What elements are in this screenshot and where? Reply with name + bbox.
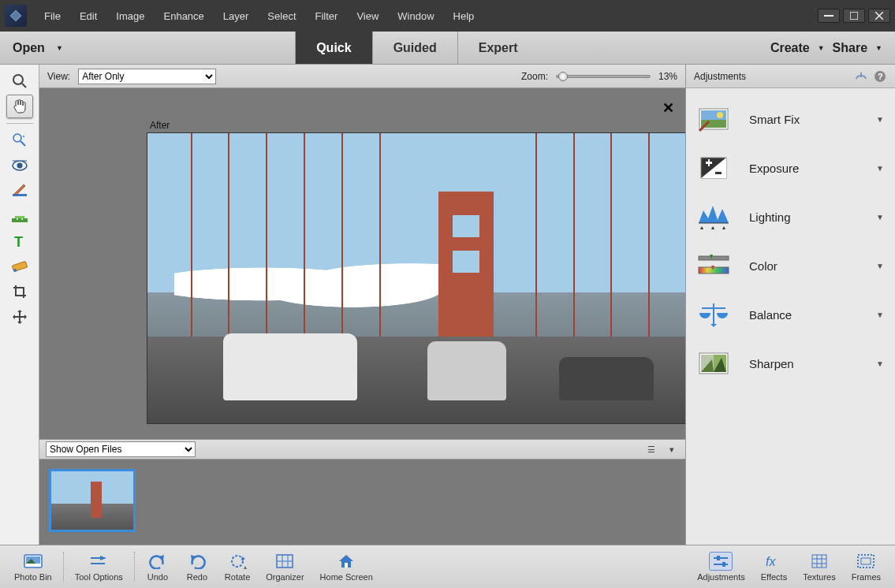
zoom-tool[interactable] bbox=[6, 69, 33, 93]
svg-point-59 bbox=[232, 556, 243, 567]
whiten-tool[interactable] bbox=[6, 179, 33, 203]
menu-edit[interactable]: Edit bbox=[70, 10, 106, 22]
open-files-select[interactable]: Show Open Files bbox=[46, 441, 196, 457]
svg-rect-73 bbox=[812, 555, 826, 568]
menu-view[interactable]: View bbox=[347, 10, 388, 22]
tool-options-icon bbox=[89, 554, 108, 568]
menu-enhance[interactable]: Enhance bbox=[155, 10, 214, 22]
window-close-button[interactable] bbox=[868, 9, 890, 23]
svg-rect-67 bbox=[345, 563, 348, 568]
svg-rect-42 bbox=[699, 267, 729, 274]
menu-image[interactable]: Image bbox=[106, 10, 154, 22]
balance-icon bbox=[697, 300, 730, 329]
help-icon[interactable]: ? bbox=[873, 69, 887, 84]
menu-bar: File Edit Image Enhance Layer Select Fil… bbox=[0, 0, 895, 32]
svg-point-9 bbox=[23, 136, 24, 137]
svg-rect-16 bbox=[15, 216, 24, 218]
exposure-icon bbox=[697, 153, 730, 183]
lighting-icon bbox=[697, 202, 730, 232]
spot-heal-tool[interactable] bbox=[6, 204, 33, 228]
adjustment-sharpen[interactable]: Sharpen ▼ bbox=[686, 339, 895, 388]
photo-bin bbox=[39, 460, 685, 545]
menu-help[interactable]: Help bbox=[444, 10, 484, 22]
svg-marker-35 bbox=[699, 206, 729, 223]
menu-window[interactable]: Window bbox=[388, 10, 443, 22]
svg-text:fx: fx bbox=[766, 555, 776, 568]
window-maximize-button[interactable] bbox=[843, 9, 865, 23]
photo-bin-button[interactable]: Photo Bin bbox=[6, 545, 60, 588]
open-button[interactable]: Open ▼ bbox=[0, 32, 76, 64]
magnifier-icon bbox=[12, 73, 28, 89]
zoom-slider[interactable] bbox=[556, 75, 651, 78]
menu-filter[interactable]: Filter bbox=[306, 10, 348, 22]
organizer-icon bbox=[276, 554, 293, 568]
app-logo bbox=[5, 5, 27, 27]
svg-marker-37 bbox=[700, 226, 703, 229]
effects-tab-button[interactable]: fx Effects bbox=[753, 545, 795, 588]
crop-tool[interactable] bbox=[6, 280, 33, 303]
straighten-tool[interactable] bbox=[6, 255, 33, 278]
menu-layer[interactable]: Layer bbox=[214, 10, 259, 22]
adjustment-balance[interactable]: Balance ▼ bbox=[686, 290, 895, 339]
chevron-down-icon: ▼ bbox=[876, 115, 884, 124]
menu-select[interactable]: Select bbox=[258, 10, 305, 22]
frames-icon bbox=[857, 554, 874, 568]
view-bar: View: After Only Zoom: 13% bbox=[39, 65, 685, 88]
svg-marker-38 bbox=[711, 226, 714, 229]
adjustments-tab-button[interactable]: Adjustments bbox=[689, 545, 753, 588]
frames-tab-button[interactable]: Frames bbox=[844, 545, 889, 588]
crop-icon bbox=[12, 284, 28, 300]
home-screen-button[interactable]: Home Screen bbox=[312, 545, 381, 588]
zoom-slider-thumb[interactable] bbox=[558, 72, 568, 81]
tab-quick[interactable]: Quick bbox=[295, 32, 371, 64]
svg-point-5 bbox=[13, 75, 23, 84]
rotate-icon bbox=[228, 553, 247, 569]
svg-marker-46 bbox=[710, 324, 717, 327]
svg-rect-71 bbox=[722, 562, 725, 567]
textures-tab-button[interactable]: Textures bbox=[795, 545, 844, 588]
text-tool[interactable]: T bbox=[6, 229, 33, 253]
create-button[interactable]: Create▼ bbox=[770, 41, 825, 55]
photo-thumbnail[interactable] bbox=[49, 469, 136, 532]
mode-bar: Open ▼ Quick Guided Expert Create▼ Share… bbox=[0, 32, 895, 65]
tool-options-button[interactable]: Tool Options bbox=[67, 545, 131, 588]
svg-text:?: ? bbox=[878, 72, 883, 81]
quick-select-tool[interactable] bbox=[6, 128, 33, 152]
tab-expert[interactable]: Expert bbox=[457, 32, 539, 64]
rotate-button[interactable]: Rotate bbox=[217, 545, 258, 588]
svg-rect-34 bbox=[715, 172, 722, 174]
svg-point-11 bbox=[17, 163, 22, 169]
move-tool[interactable] bbox=[6, 305, 33, 329]
adjustment-exposure[interactable]: Exposure ▼ bbox=[686, 143, 895, 192]
textures-icon bbox=[811, 554, 827, 568]
text-icon: T bbox=[13, 234, 27, 248]
organizer-button[interactable]: Organizer bbox=[258, 545, 311, 588]
tab-guided[interactable]: Guided bbox=[372, 32, 457, 64]
svg-rect-22 bbox=[860, 73, 862, 77]
smart-fix-icon bbox=[697, 104, 730, 134]
adjustment-smart-fix[interactable]: Smart Fix ▼ bbox=[686, 95, 895, 143]
svg-point-17 bbox=[17, 218, 18, 220]
svg-rect-70 bbox=[717, 556, 720, 560]
view-select[interactable]: After Only bbox=[78, 69, 216, 84]
chevron-down-icon: ▼ bbox=[876, 262, 884, 270]
adjustments-panel-header: Adjustments ? bbox=[686, 65, 895, 88]
chevron-down-icon: ▼ bbox=[876, 164, 884, 173]
caret-down-icon: ▼ bbox=[818, 44, 825, 52]
filebar-options-icon[interactable]: ☰ bbox=[644, 443, 658, 456]
home-icon bbox=[337, 553, 355, 569]
svg-rect-78 bbox=[858, 555, 874, 568]
adjustment-lighting[interactable]: Lighting ▼ bbox=[686, 192, 895, 241]
menu-file[interactable]: File bbox=[35, 10, 70, 22]
close-document-button[interactable]: ✕ bbox=[662, 99, 674, 117]
window-minimize-button[interactable] bbox=[818, 9, 840, 23]
undo-button[interactable]: Undo bbox=[138, 545, 177, 588]
adjustment-color[interactable]: Color ▼ bbox=[686, 241, 895, 290]
hand-tool[interactable] bbox=[6, 95, 33, 118]
redo-button[interactable]: Redo bbox=[177, 545, 217, 588]
reset-icon[interactable] bbox=[854, 69, 868, 84]
document-image[interactable] bbox=[147, 132, 685, 424]
share-button[interactable]: Share▼ bbox=[833, 41, 882, 55]
eye-tool[interactable] bbox=[6, 154, 33, 177]
filebar-collapse-icon[interactable]: ▾ bbox=[665, 443, 679, 456]
